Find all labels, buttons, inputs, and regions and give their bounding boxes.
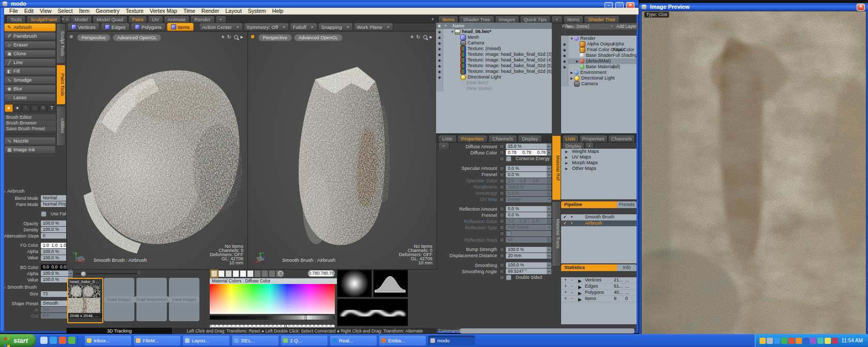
property-field[interactable]: 64 ◂▸ ▾ (506, 237, 551, 243)
menu-item[interactable]: System (245, 8, 269, 14)
channel-toggle[interactable] (500, 191, 504, 196)
menu-item[interactable]: View (37, 8, 55, 14)
channel-toggle[interactable] (500, 213, 504, 217)
item-row[interactable]: ◉ ▼ head_06.lwo* (436, 29, 552, 35)
channel-toggle[interactable] (500, 275, 504, 280)
channel-toggle[interactable] (500, 156, 504, 161)
start-button[interactable]: start (0, 334, 36, 347)
menu-item[interactable]: File (6, 8, 21, 14)
shader-row[interactable]: ◉ Camera (561, 81, 637, 87)
eye-cell[interactable]: ◉ (561, 53, 568, 58)
viewport-mode-pill[interactable]: Perspective (77, 34, 111, 41)
property-field[interactable]: (none) ◂▸ ▾ (506, 197, 551, 202)
channel-toggle[interactable] (500, 144, 504, 149)
spinner[interactable]: ◂▸ (547, 150, 551, 155)
brush-mode-cell[interactable]: ✎ (22, 104, 30, 112)
viewport-menu-arrow[interactable]: ▶ (241, 35, 243, 39)
add-button[interactable]: + (564, 277, 567, 283)
color-swatch[interactable] (261, 270, 268, 277)
expand-icon[interactable]: ▶ (564, 149, 569, 154)
command-input[interactable] (460, 328, 634, 334)
panel-tab[interactable]: Items (438, 15, 458, 23)
spinner[interactable]: ◂▸ (547, 237, 551, 243)
eye-cell[interactable]: ◉ (561, 41, 568, 47)
tool-button[interactable]: ▦Image Ink (4, 146, 56, 154)
tray-icon[interactable] (832, 338, 838, 344)
layout-tab[interactable]: UV (148, 15, 163, 23)
panel-tab[interactable]: Images (495, 15, 519, 23)
load-image-cell[interactable]: (load image) (104, 278, 134, 321)
eye-cell[interactable]: ◉ (561, 36, 568, 41)
hue-saturation-gradient[interactable] (210, 284, 335, 314)
tool-button[interactable]: ◉Blur (4, 85, 56, 93)
spinner[interactable]: ◂▸ (547, 269, 551, 274)
panel-tab[interactable]: Lists (562, 135, 579, 142)
channel-toggle[interactable] (500, 247, 504, 252)
enable-check[interactable]: ✔ (563, 220, 567, 226)
color-swatch[interactable] (240, 270, 246, 277)
tool-category-tab[interactable]: Paint Tools (56, 65, 66, 105)
list-row[interactable]: ▶ Weight Maps (561, 149, 637, 154)
expand-icon[interactable]: ▼ (450, 29, 455, 35)
brush-mode-cell[interactable]: T (48, 104, 56, 112)
eye-cell[interactable]: ◉ (436, 29, 443, 35)
panel-tab[interactable]: Display (518, 135, 542, 142)
menu-item[interactable]: Texture (122, 8, 146, 14)
tool-button[interactable]: ∿Nozzle (4, 137, 56, 145)
visible-dot[interactable]: • (571, 214, 572, 220)
menu-item[interactable]: Geometry (92, 8, 122, 14)
layout-tab[interactable]: Model (70, 15, 92, 23)
list-row[interactable]: ▶ UV Maps (561, 154, 637, 160)
remove-button[interactable]: - (571, 283, 573, 289)
modo-titlebar[interactable]: modo – □ ✕ (0, 0, 639, 8)
shader-row[interactable]: ◉ ▼ Render (561, 36, 637, 41)
expand-icon[interactable]: ▶ (569, 75, 574, 81)
shader-row[interactable]: ◉ ▶ (defaultMat) (561, 58, 637, 64)
property-field[interactable]: 0.0 % ◂▸ ▾ (506, 166, 551, 171)
channel-toggle[interactable] (500, 254, 504, 258)
pipeline-row[interactable]: ✔ • Smooth Brush (561, 214, 637, 220)
eye-cell[interactable]: ◉ (561, 64, 568, 70)
panel-tab[interactable]: Items (563, 15, 583, 23)
statistics-row[interactable]: + - ▶ Edges 61... ... (561, 283, 637, 290)
spinner[interactable]: ◂▸ (547, 191, 551, 196)
shader-row[interactable]: ◉ Final Color Output Final Color (561, 47, 637, 53)
add-button[interactable]: + (564, 283, 567, 289)
expand-icon[interactable]: ▶ (578, 297, 582, 303)
spinner[interactable]: ◂▸ (547, 166, 551, 171)
tool-button[interactable]: ◌Lasso (4, 93, 56, 102)
panel-tab[interactable]: Properties (579, 135, 608, 142)
panel-tab[interactable]: Quick Tips (520, 15, 551, 23)
channel-toggle[interactable] (500, 269, 504, 274)
task-button[interactable]: Layou... (182, 335, 230, 346)
channel-toggle[interactable] (500, 150, 504, 155)
eye-cell[interactable]: ◉ (561, 47, 568, 53)
item-row[interactable]: ◉ Texture: Image: head_bake_final_02d (5… (436, 63, 552, 69)
preview-titlebar[interactable]: Image Preview ✕ (639, 3, 868, 11)
remove-button[interactable]: - (571, 277, 573, 283)
color-value-field[interactable]: 0.780.780.78 (308, 270, 335, 277)
channel-toggle[interactable] (500, 172, 504, 177)
panel-tab[interactable]: Lists (438, 135, 457, 142)
brush-mode-cell[interactable]: ● (5, 104, 13, 112)
menu-item[interactable]: Render (198, 8, 222, 14)
add-button[interactable]: + (564, 290, 567, 295)
zoom-icon[interactable] (423, 35, 427, 39)
panel-tab[interactable]: Channels (488, 135, 517, 142)
tray-icon[interactable] (767, 338, 773, 344)
toolbar-dropdown[interactable]: Snapping▼ (318, 23, 353, 31)
tab-scroll-arrow[interactable]: ▸ (432, 17, 434, 21)
section-header[interactable]: ▸Airbrush (4, 188, 58, 194)
checkbox[interactable] (506, 156, 512, 162)
viewport-mode-pill[interactable]: Advanced OpenGL (294, 34, 343, 41)
toolbar-dropdown[interactable]: Falloff▼ (290, 23, 317, 31)
preview-close-button[interactable]: ✕ (857, 4, 865, 11)
spinner[interactable]: ◂▸ (547, 184, 551, 190)
color-swatch[interactable] (225, 270, 232, 277)
panel-tab[interactable]: Display (562, 142, 584, 149)
item-row[interactable]: ◉ (new item) (436, 80, 552, 86)
color-swatch[interactable] (211, 270, 218, 277)
visible-dot[interactable]: • (571, 220, 572, 226)
shader-row[interactable]: ◉ Base Material (all) (561, 64, 637, 70)
channel-toggle[interactable] (500, 231, 504, 236)
